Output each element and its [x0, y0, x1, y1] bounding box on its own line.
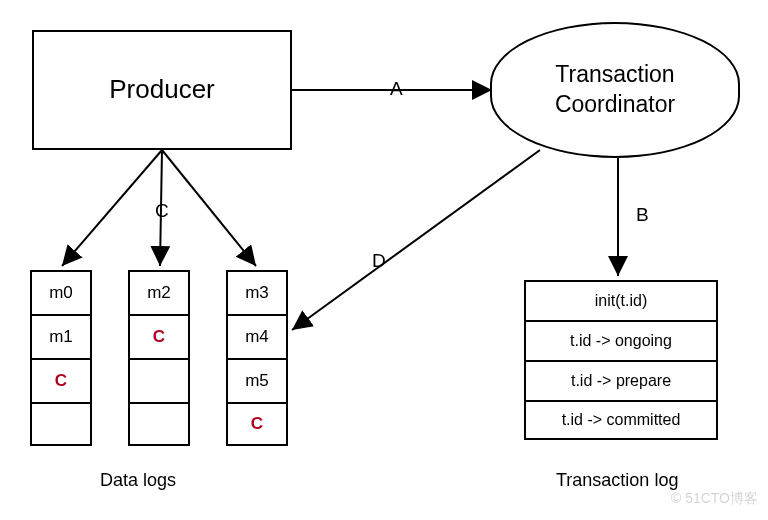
producer-label: Producer	[109, 73, 215, 107]
transaction-log-entry: t.id -> ongoing	[524, 320, 718, 360]
transaction-log: init(t.id)t.id -> ongoingt.id -> prepare…	[524, 280, 718, 440]
data-log-cell	[30, 402, 92, 446]
coordinator-label: Transaction Coordinator	[555, 60, 675, 120]
data-log-cell: C	[128, 314, 190, 358]
data-log-col-0: m0m1C	[30, 270, 92, 446]
edge-label-c: C	[155, 200, 169, 222]
data-log-cell: C	[226, 402, 288, 446]
data-log-col-1: m2C	[128, 270, 190, 446]
data-log-cell: m1	[30, 314, 92, 358]
transaction-log-entry: t.id -> prepare	[524, 360, 718, 400]
data-logs-caption: Data logs	[100, 470, 176, 491]
data-log-col-2: m3m4m5C	[226, 270, 288, 446]
data-log-cell: m5	[226, 358, 288, 402]
watermark: © 51CTO博客	[671, 490, 758, 508]
data-log-cell: m2	[128, 270, 190, 314]
data-log-cell: C	[30, 358, 92, 402]
transaction-log-entry: init(t.id)	[524, 280, 718, 320]
coordinator-node: Transaction Coordinator	[490, 22, 740, 158]
edge-c-1	[62, 150, 162, 266]
edge-label-a: A	[390, 78, 403, 100]
data-log-cell: m4	[226, 314, 288, 358]
data-log-cell	[128, 402, 190, 446]
data-log-cell	[128, 358, 190, 402]
transaction-log-entry: t.id -> committed	[524, 400, 718, 440]
producer-node: Producer	[32, 30, 292, 150]
edge-label-b: B	[636, 204, 649, 226]
edge-d	[292, 150, 540, 330]
data-log-cell: m0	[30, 270, 92, 314]
transaction-log-caption: Transaction log	[556, 470, 678, 491]
edge-label-d: D	[372, 250, 386, 272]
edge-c-3	[162, 150, 256, 266]
data-log-cell: m3	[226, 270, 288, 314]
